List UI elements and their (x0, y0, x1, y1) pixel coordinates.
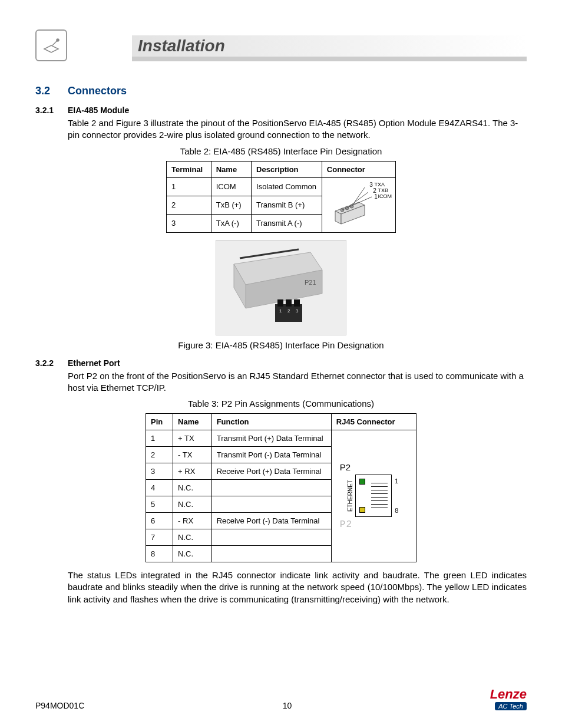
cell: Transmit Port (-) Data Terminal (211, 447, 331, 463)
page-title: Installation (138, 37, 527, 55)
subsection-title: Ethernet Port (68, 358, 120, 368)
figure3-caption: Figure 3: EIA-485 (RS485) Interface Pin … (35, 340, 527, 350)
cell (211, 480, 331, 496)
cell: 5 (146, 496, 173, 513)
th-terminal: Terminal (167, 161, 211, 177)
table2-caption: Table 2: EIA-485 (RS485) Interface Pin D… (35, 146, 527, 156)
cell: Receive Port (+) Data Terminal (211, 463, 331, 480)
subsection-number: 3.2.1 (35, 106, 68, 115)
th-connector: Connector (322, 161, 395, 177)
figure3-image: P21 1 2 3 (216, 240, 346, 335)
cell: N.C. (173, 496, 212, 513)
cell: Receive Port (-) Data Terminal (211, 513, 331, 529)
rj45-title: P2 (336, 462, 411, 472)
led-green-icon (359, 479, 365, 485)
page-footer: P94MOD01C 10 Lenze AC Tech (35, 688, 527, 710)
cell: 2 (167, 196, 211, 214)
paragraph: Port P2 on the front of the PositionServ… (68, 370, 527, 394)
th-pin: Pin (146, 414, 173, 430)
svg-text:3: 3 (296, 308, 299, 314)
subsection-title: EIA-485 Module (68, 106, 129, 115)
lenze-logo: Lenze AC Tech (490, 688, 527, 710)
rj45-box-icon: 1 8 (355, 475, 392, 517)
rj45-side-label: ETHERNET (348, 480, 354, 512)
cell (211, 546, 331, 562)
cell: N.C. (173, 546, 212, 562)
cell: Transmit B (+) (252, 196, 322, 214)
rj45-outline-label: P2 (336, 519, 411, 530)
cell: 3 (167, 214, 211, 232)
cell: 2 (146, 447, 173, 463)
cell: 6 (146, 513, 173, 529)
table3-caption: Table 3: P2 Pin Assignments (Communicati… (35, 398, 527, 409)
svg-point-0 (57, 39, 59, 41)
th-name: Name (173, 414, 212, 430)
page-number: 10 (283, 701, 292, 710)
installation-icon (35, 29, 67, 61)
th-conn: RJ45 Connector (331, 414, 416, 430)
cell: - RX (173, 513, 212, 529)
section-number: 3.2 (35, 85, 68, 97)
logo-sub-text: AC Tech (495, 702, 527, 710)
cell: 1 (167, 177, 211, 196)
svg-rect-15 (277, 299, 283, 307)
cell: + RX (173, 463, 212, 480)
cell: TxA (-) (211, 214, 251, 232)
svg-rect-16 (286, 299, 292, 307)
paragraph: Table 2 and Figure 3 illustrate the pino… (68, 117, 527, 141)
cell: 7 (146, 529, 173, 546)
paragraph: The status LEDs integrated in the RJ45 c… (68, 569, 527, 605)
header-title-bar: Installation (132, 35, 527, 61)
cell: Isolated Common (252, 177, 322, 196)
cell: + TX (173, 430, 212, 447)
section-title: Connectors (68, 85, 127, 97)
cell: N.C. (173, 529, 212, 546)
rj45-diagram-cell: P2 ETHERNET 1 8 P2 (331, 430, 416, 562)
connector-diagram-cell: TXA 3 TXB 2 ICOM 1 (322, 177, 395, 232)
pin-8-label: 8 (395, 507, 398, 514)
svg-text:2: 2 (287, 308, 290, 314)
page-header: Installation (35, 29, 527, 61)
subsection-number: 3.2.2 (35, 358, 68, 368)
svg-text:P21: P21 (305, 279, 316, 286)
cell: 8 (146, 546, 173, 562)
pin-1-label: 1 (395, 477, 398, 485)
logo-main-text: Lenze (490, 688, 527, 701)
cell: Transmit A (-) (252, 214, 322, 232)
th-func: Function (211, 414, 331, 430)
doc-id: P94MOD01C (35, 701, 84, 710)
table-rj45: Pin Name Function RJ45 Connector 1 + TX … (146, 413, 416, 562)
cell (211, 529, 331, 546)
cell: - TX (173, 447, 212, 463)
cell: N.C. (173, 480, 212, 496)
th-desc: Description (252, 161, 322, 177)
cell: ICOM (211, 177, 251, 196)
th-name: Name (211, 161, 251, 177)
table-eia485: Terminal Name Description Connector 1 IC… (166, 161, 396, 233)
svg-rect-17 (294, 299, 300, 307)
cell: 4 (146, 480, 173, 496)
cell: 1 (146, 430, 173, 447)
cell: TxB (+) (211, 196, 251, 214)
cell: 3 (146, 463, 173, 480)
cell: Transmit Port (+) Data Terminal (211, 430, 331, 447)
led-yellow-icon (359, 507, 365, 513)
svg-text:1: 1 (279, 308, 282, 314)
cell (211, 496, 331, 513)
